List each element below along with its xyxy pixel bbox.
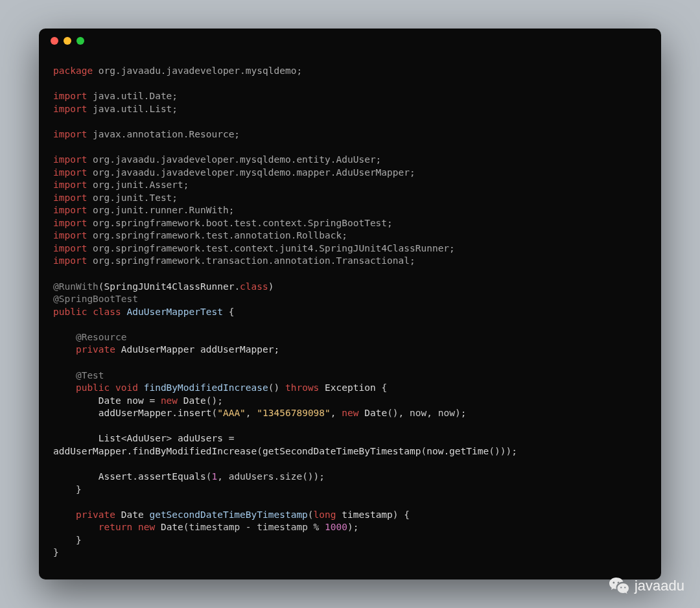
code-content: package org.javaadu.javadeveloper.mysqld… <box>39 53 661 571</box>
minimize-button[interactable] <box>64 37 71 45</box>
watermark-text: javaadu <box>635 578 684 594</box>
maximize-button[interactable] <box>76 37 84 45</box>
watermark: javaadu <box>609 576 684 596</box>
wechat-icon <box>609 576 629 596</box>
window-titlebar <box>39 29 661 53</box>
code-window: package org.javaadu.javadeveloper.mysqld… <box>39 29 661 579</box>
close-button[interactable] <box>51 37 58 45</box>
